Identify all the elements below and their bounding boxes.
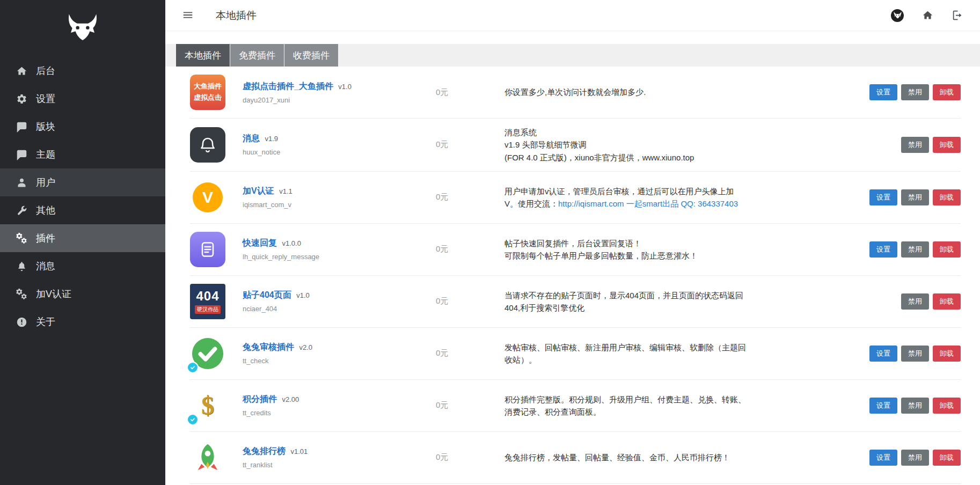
plugin-actions: 设置禁用卸载 [866,450,961,466]
settings-button[interactable]: 设置 [869,241,897,258]
description-text: v1.9 头部导航细节微调 [504,140,587,149]
plugin-name-link[interactable]: 兔兔排行榜 [243,446,286,455]
plugin-row: V 加V认证 v1.1 iqismart_com_v 0元 用户申请加v认证，管… [190,172,961,224]
plugin-price: 0元 [436,192,504,202]
sidebar-item-users[interactable]: 用户 [0,168,165,196]
plugin-version: v1.01 [290,447,308,455]
tab-paid[interactable]: 收费插件 [284,44,338,67]
plugin-name-link[interactable]: 积分插件 [243,394,277,403]
logout-icon [952,10,963,21]
plugin-price: 0元 [436,452,504,462]
sidebar-item-other[interactable]: 其他 [0,196,165,224]
plugin-description: 兔兔排行榜，发帖量、回帖量、经验值、金币、人民币排行榜！ [504,451,866,464]
plugin-id: huux_notice [243,148,427,156]
topbar-actions [891,9,964,22]
sidebar-item-admin[interactable]: 后台 [0,57,165,85]
uninstall-button[interactable]: 卸载 [933,346,961,362]
plugin-price: 0元 [436,244,504,254]
plugin-name-link[interactable]: 消息 [243,134,260,143]
wrench-icon [16,205,27,216]
settings-button[interactable]: 设置 [869,189,897,205]
disable-button[interactable]: 禁用 [901,346,929,362]
sidebar-item-forums[interactable]: 版块 [0,113,165,141]
plugin-name-link[interactable]: 兔兔审核插件 [243,342,294,351]
settings-button[interactable]: 设置 [869,450,897,466]
sidebar-item-about[interactable]: 关于 [0,308,165,336]
disable-button[interactable]: 禁用 [901,137,929,153]
plugin-id: tt_credits [243,409,427,417]
sidebar-item-settings[interactable]: 设置 [0,85,165,113]
uninstall-button[interactable]: 卸载 [933,293,961,310]
plugin-name-link[interactable]: 贴子404页面 [243,290,291,299]
dayu-text-icon: 大鱼插件虚拟点击 [190,75,225,110]
description-text: 收站）。 [504,355,537,364]
quick-reply-tile-icon [190,232,225,267]
main-area: 本地插件 本地插件免费插件收费插件 大鱼插件虚拟点击 虚 [165,0,980,485]
description-link[interactable]: http://iqismart.com 一起smart出品 QQ: 364337… [558,199,738,208]
sidebar-item-label: 消息 [36,260,55,273]
description-text: 消息系统 [504,128,537,137]
uninstall-button[interactable]: 卸载 [933,398,961,414]
plugin-name-link[interactable]: 加V认证 [243,186,274,195]
settings-button[interactable]: 设置 [869,398,897,414]
plugin-title-block: 虚拟点击插件_大鱼插件 v1.0 dayu2017_xuni [243,81,436,104]
sidebar-item-label: 设置 [36,92,55,105]
quick-reply-icon [197,239,218,260]
plugin-row: 兔兔审核插件 v2.0 tt_check 0元 发帖审核、回帖审核、新注册用户审… [190,328,961,380]
plugin-version: v1.1 [279,187,292,195]
plugin-title-block: 积分插件 v2.00 tt_credits [243,394,436,417]
plugin-actions: 设置禁用卸载 [866,84,961,100]
plugin-row: 404硬汉作品 贴子404页面 v1.0 nciaer_404 0元 当请求不存… [190,276,961,328]
disable-button[interactable]: 禁用 [901,241,929,258]
settings-button[interactable]: 设置 [869,84,897,100]
tab-free[interactable]: 免费插件 [230,44,284,67]
disable-button[interactable]: 禁用 [901,450,929,466]
sidebar-item-label: 关于 [36,315,55,328]
uninstall-button[interactable]: 卸载 [933,450,961,466]
plugin-icon: $ [190,388,225,423]
home-button[interactable] [921,9,934,22]
plugin-actions: 设置禁用卸载 [866,398,961,414]
description-text: 你设置多少,单次访问计数就会增加多少. [504,87,646,97]
uninstall-button[interactable]: 卸载 [933,189,961,205]
description-text: V。使用交流： [504,199,558,208]
plugin-icon [190,440,225,475]
logout-button[interactable] [951,9,964,22]
uninstall-button[interactable]: 卸载 [933,84,961,100]
plugin-price: 0元 [436,87,504,98]
plugin-id: nciaer_404 [243,305,427,313]
verified-badge-icon [187,414,199,425]
app-window: 后台 设置 版块 主题 用户 其他 插件 消息 加V认证 关于 本地插件 [0,0,980,485]
tab-local[interactable]: 本地插件 [176,44,230,67]
sidebar-item-themes[interactable]: 主题 [0,141,165,168]
page-title: 本地插件 [216,9,257,23]
sidebar-toggle-button[interactable] [181,9,194,22]
plugin-name-link[interactable]: 快速回复 [243,238,277,247]
disable-button[interactable]: 禁用 [901,398,929,414]
plugin-name-link[interactable]: 虚拟点击插件_大鱼插件 [243,82,333,91]
settings-button[interactable]: 设置 [869,346,897,362]
plugin-price: 0元 [436,348,504,358]
site-logo-button[interactable] [891,9,904,22]
disable-button[interactable]: 禁用 [901,189,929,205]
sidebar-item-v-cert[interactable]: 加V认证 [0,280,165,308]
description-text: 当请求不存在的贴子页面时，显示404页面，并且页面的状态码返回 [504,291,743,300]
description-text: 帖子快速回复插件，后台设置回复语！ [504,239,641,248]
sidebar-item-label: 插件 [36,232,55,245]
plugin-actions: 设置禁用卸载 [866,346,961,362]
description-text: 兔兔排行榜，发帖量、回帖量、经验值、金币、人民币排行榜！ [504,453,730,462]
disable-button[interactable]: 禁用 [901,84,929,100]
plugin-description: 用户申请加v认证，管理员后台审核，通过后可以在用户头像上加V。使用交流：http… [504,185,866,210]
plugin-description: 当请求不存在的贴子页面时，显示404页面，并且页面的状态码返回404,利于搜索引… [504,289,897,314]
plugin-version: v2.0 [299,343,312,351]
plugin-description: 帖子快速回复插件，后台设置回复语！可限制每个帖子单用户最多回帖数量，防止恶意灌水… [504,237,866,262]
disable-button[interactable]: 禁用 [901,293,929,310]
uninstall-button[interactable]: 卸载 [933,137,961,153]
uninstall-button[interactable]: 卸载 [933,241,961,258]
sidebar-menu: 后台 设置 版块 主题 用户 其他 插件 消息 加V认证 关于 [0,57,165,336]
plugin-row: $ 积分插件 v2.00 tt_credits 0元 积分插件完整版。积分规则、… [190,380,961,432]
sidebar-item-messages[interactable]: 消息 [0,252,165,280]
sidebar-item-plugins[interactable]: 插件 [0,224,165,252]
sidebar-item-label: 版块 [36,120,55,133]
plugin-actions: 禁用卸载 [897,137,961,153]
